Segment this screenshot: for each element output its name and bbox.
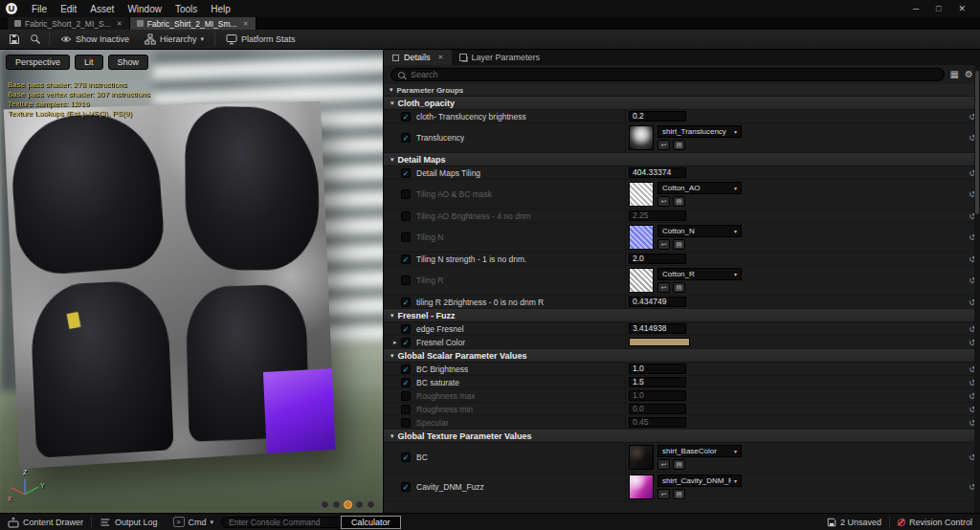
parameter-checkbox[interactable] [401, 405, 411, 414]
parameter-value-field[interactable]: 1.0 [629, 364, 686, 374]
hierarchy-button[interactable]: Hierarchy ▾ [137, 30, 212, 49]
mesh-shape-cylinder-button[interactable] [321, 500, 329, 509]
menu-asset[interactable]: Asset [83, 4, 121, 14]
texture-thumbnail[interactable] [629, 445, 654, 470]
browse-to-asset-icon[interactable]: ▤ [673, 459, 685, 470]
minimize-button[interactable]: ─ [904, 4, 927, 13]
browse-to-asset-icon[interactable]: ▤ [673, 140, 685, 150]
search-input[interactable]: Search [390, 68, 945, 81]
menu-help[interactable]: Help [204, 4, 237, 14]
unreal-logo[interactable]: U [6, 3, 17, 14]
texture-asset-dropdown[interactable]: shirt_BaseColor▾ [657, 445, 742, 457]
parameter-value-field[interactable]: 2.25 [629, 210, 686, 221]
parameter-checkbox[interactable]: ✓ [401, 112, 411, 121]
texture-thumbnail[interactable] [629, 182, 654, 207]
parameter-group-header[interactable]: ▾Cloth_opacity [384, 97, 980, 110]
parameter-checkbox[interactable] [401, 391, 411, 401]
parameter-checkbox[interactable] [401, 418, 411, 428]
texture-asset-dropdown[interactable]: shirt_Cavity_DNM_Fuzz▾ [657, 475, 742, 487]
texture-asset-dropdown[interactable]: shirt_Translucency▾ [657, 125, 742, 138]
menu-file[interactable]: File [25, 4, 54, 14]
parameter-checkbox[interactable]: ✓ [401, 133, 411, 143]
perspective-menu-button[interactable]: Perspective [6, 55, 70, 70]
details-scrollbar[interactable] [974, 65, 980, 513]
asset-tab-fabric-shirt[interactable]: Fabric_Shirt_2_MI_Sm... ✕ [130, 17, 256, 30]
texture-thumbnail[interactable] [629, 225, 654, 250]
texture-asset-dropdown[interactable]: Cotton_R▾ [657, 268, 742, 280]
texture-thumbnail[interactable] [629, 475, 654, 499]
browse-to-asset-icon[interactable]: ▤ [673, 282, 685, 293]
parameter-value-field[interactable]: 1.0 [629, 390, 686, 401]
close-icon[interactable]: ✕ [117, 20, 122, 28]
texture-thumbnail[interactable] [629, 125, 654, 150]
parameter-checkbox[interactable]: ✓ [401, 324, 411, 334]
parameter-checkbox[interactable]: ✓ [401, 378, 411, 387]
use-selected-asset-icon[interactable]: ↩ [657, 459, 670, 470]
show-flags-button[interactable]: Show [108, 55, 149, 70]
close-icon[interactable]: ✕ [243, 20, 249, 28]
chevron-right-icon[interactable]: ▸ [393, 339, 401, 346]
asset-tab-fabric-short[interactable]: Fabric_Short_2_MI_S... ✕ [8, 17, 130, 30]
texture-asset-dropdown[interactable]: Cotton_N▾ [657, 225, 742, 237]
revision-control-button[interactable]: Revision Control [890, 514, 980, 530]
view-mode-lit-button[interactable]: Lit [75, 55, 103, 70]
texture-asset-dropdown[interactable]: Cotton_AO▾ [657, 182, 742, 194]
close-window-button[interactable]: ✕ [949, 4, 974, 13]
parameter-checkbox[interactable] [401, 211, 411, 221]
parameter-checkbox[interactable]: ✓ [401, 254, 411, 264]
use-selected-asset-icon[interactable]: ↩ [657, 196, 670, 207]
parameter-value-field[interactable]: 0.434749 [629, 297, 686, 307]
parameter-value-field[interactable]: 0.45 [629, 417, 686, 428]
use-selected-asset-icon[interactable]: ↩ [657, 282, 670, 293]
parameter-value-field[interactable]: 1.5 [629, 377, 686, 387]
property-matrix-icon[interactable]: ▦ [950, 70, 959, 79]
menu-window[interactable]: Window [121, 4, 168, 14]
preview-mesh-plane[interactable] [4, 101, 336, 469]
tab-details[interactable]: Details ✕ [384, 50, 452, 65]
texture-thumbnail[interactable] [629, 268, 654, 293]
browse-to-asset-icon[interactable]: ▤ [673, 239, 685, 250]
tab-layer-parameters[interactable]: Layer Parameters [452, 50, 548, 65]
parameter-checkbox[interactable]: ✓ [401, 298, 411, 307]
parameter-group-header[interactable]: ▾Global Texture Parameter Values [384, 430, 980, 443]
parameter-group-header[interactable]: ▾Detail Maps [384, 153, 980, 166]
save-button[interactable] [4, 30, 25, 49]
use-selected-asset-icon[interactable]: ↩ [657, 489, 670, 499]
color-swatch[interactable] [629, 338, 690, 346]
browse-to-asset-icon[interactable]: ▤ [673, 196, 685, 207]
parameter-checkbox[interactable]: ✓ [401, 338, 411, 347]
parameter-group-header[interactable]: ▾Global Scalar Parameter Values [384, 349, 980, 363]
parameter-checkbox[interactable]: ✓ [401, 453, 411, 462]
browse-to-asset-icon[interactable]: ▤ [673, 489, 685, 499]
mesh-shape-plane-button[interactable] [344, 500, 352, 509]
cmd-dropdown[interactable]: > Cmd ▾ [166, 514, 222, 530]
parameter-checkbox[interactable]: ✓ [401, 168, 411, 178]
menu-edit[interactable]: Edit [54, 4, 83, 14]
maximize-button[interactable]: □ [927, 4, 949, 13]
parameter-value-field[interactable]: 0.2 [629, 111, 686, 121]
mesh-shape-cube-button[interactable] [355, 500, 364, 509]
menu-tools[interactable]: Tools [168, 4, 204, 14]
browse-to-asset-button[interactable] [25, 30, 46, 49]
parameter-checkbox[interactable] [401, 232, 411, 242]
mesh-shape-sphere-button[interactable] [332, 500, 341, 509]
show-inactive-button[interactable]: Show Inactive [53, 30, 137, 49]
parameter-checkbox[interactable] [401, 189, 411, 199]
platform-stats-button[interactable]: Platform Stats [218, 30, 303, 49]
view-options-gear-icon[interactable]: ⚙ [965, 70, 973, 79]
parameter-value-field[interactable]: 0.0 [629, 404, 686, 414]
parameter-value-field[interactable]: 3.414938 [629, 323, 686, 334]
mesh-shape-custom-button[interactable] [367, 500, 375, 509]
parameter-value-field[interactable]: 2.0 [629, 254, 686, 264]
material-preview-viewport[interactable]: Perspective Lit Show Base pass shader: 2… [0, 50, 383, 513]
content-drawer-button[interactable]: Content Drawer [0, 514, 91, 530]
use-selected-asset-icon[interactable]: ↩ [657, 140, 670, 150]
use-selected-asset-icon[interactable]: ↩ [657, 239, 670, 250]
parameter-checkbox[interactable]: ✓ [401, 364, 411, 374]
unsaved-assets-button[interactable]: 2 Unsaved [819, 514, 889, 530]
parameter-checkbox[interactable]: ✓ [401, 482, 411, 492]
scrollbar-thumb[interactable] [975, 71, 979, 214]
parameter-groups-section-header[interactable]: ▾ Parameter Groups [384, 84, 980, 97]
parameter-group-header[interactable]: ▾Fresnel - Fuzz [384, 309, 980, 322]
parameter-value-field[interactable]: 404.33374 [629, 167, 686, 178]
